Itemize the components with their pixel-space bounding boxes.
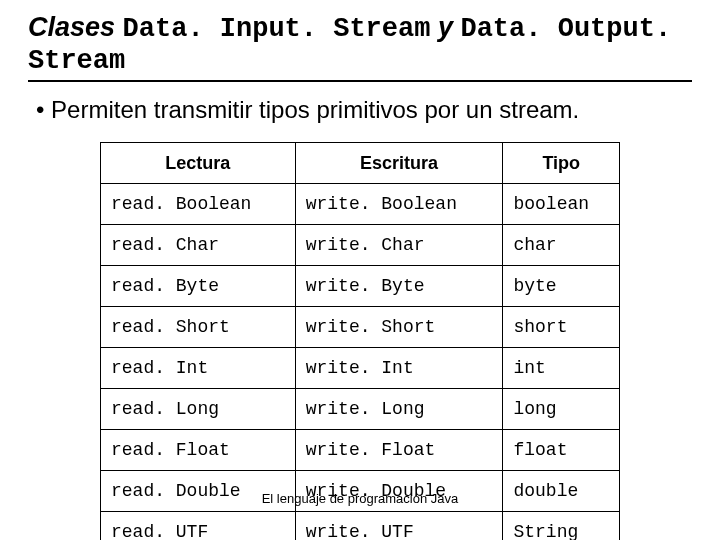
cell-type: float [503,430,620,471]
table-row: read. Boolean write. Boolean boolean [101,184,620,225]
cell-write: write. Char [295,225,503,266]
cell-type: short [503,307,620,348]
cell-type: long [503,389,620,430]
cell-write: write. Short [295,307,503,348]
cell-type: double [503,471,620,512]
cell-write: write. Long [295,389,503,430]
table-row: read. Float write. Float float [101,430,620,471]
table-row: read. Double write. Double double [101,471,620,512]
cell-type: boolean [503,184,620,225]
cell-type: byte [503,266,620,307]
cell-write: write. UTF [295,512,503,541]
cell-read: read. Long [101,389,296,430]
cell-read: read. UTF [101,512,296,541]
cell-write: write. Byte [295,266,503,307]
cell-write: write. Double [295,471,503,512]
table-row: read. Short write. Short short [101,307,620,348]
table-row: read. Char write. Char char [101,225,620,266]
title-word-y: y [430,12,460,42]
bullet-text: Permiten transmitir tipos primitivos por… [28,96,692,124]
cell-read: read. Char [101,225,296,266]
cell-type: char [503,225,620,266]
cell-read: read. Short [101,307,296,348]
table-row: read. Int write. Int int [101,348,620,389]
cell-type: int [503,348,620,389]
cell-write: write. Boolean [295,184,503,225]
cell-read: read. Float [101,430,296,471]
cell-type: String [503,512,620,541]
cell-read: read. Boolean [101,184,296,225]
cell-read: read. Int [101,348,296,389]
slide: Clases Data. Input. Stream y Data. Outpu… [0,0,720,540]
col-header-type: Tipo [503,143,620,184]
title-underline [28,80,692,82]
title-class1: Data. Input. Stream [123,14,431,44]
table-row: read. UTF write. UTF String [101,512,620,541]
table-row: read. Byte write. Byte byte [101,266,620,307]
col-header-read: Lectura [101,143,296,184]
table-header-row: Lectura Escritura Tipo [101,143,620,184]
title-word-classes: Clases [28,12,123,42]
cell-write: write. Int [295,348,503,389]
col-header-write: Escritura [295,143,503,184]
io-methods-table: Lectura Escritura Tipo read. Boolean wri… [100,142,620,540]
table-row: read. Long write. Long long [101,389,620,430]
slide-title: Clases Data. Input. Stream y Data. Outpu… [28,12,692,76]
cell-read: read. Double [101,471,296,512]
cell-read: read. Byte [101,266,296,307]
table-wrap: Lectura Escritura Tipo read. Boolean wri… [28,142,692,540]
cell-write: write. Float [295,430,503,471]
